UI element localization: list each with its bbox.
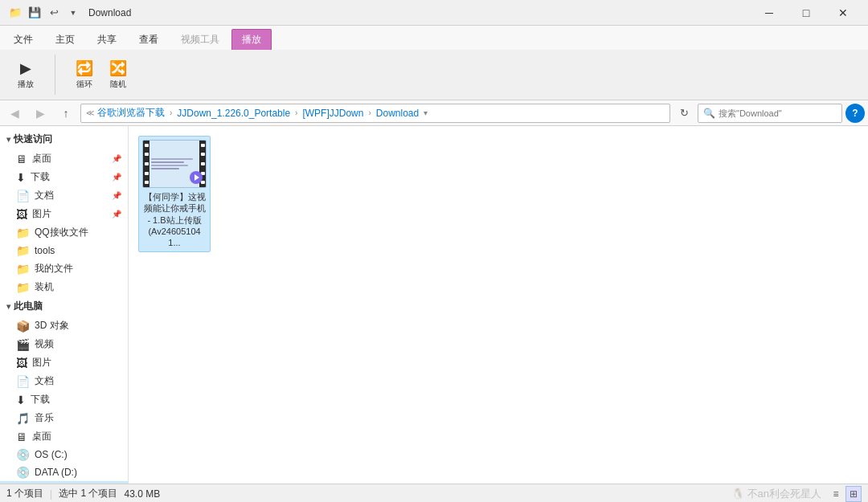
- downloads2-icon: ⬇: [16, 394, 26, 406]
- ribbon-sep-1: [55, 55, 55, 95]
- file-thumbnail-video1: [142, 140, 207, 188]
- title-bar: 📁 💾 ↩ ▼ Download ─ □ ✕: [0, 0, 868, 26]
- close-button[interactable]: ✕: [825, 0, 862, 26]
- view-buttons: ≡ ⊞: [828, 486, 862, 502]
- pictures-label: 图片: [32, 207, 51, 221]
- status-separator: |: [50, 488, 52, 500]
- path-arrow-2: ›: [295, 108, 297, 117]
- search-box[interactable]: 🔍: [698, 104, 842, 123]
- downloads2-label: 下载: [31, 393, 50, 406]
- up-button[interactable]: ↑: [55, 102, 77, 124]
- sidebar-item-downloads2[interactable]: ⬇ 下载: [0, 390, 128, 409]
- thumb-line: [151, 161, 184, 163]
- view-list-button[interactable]: ≡: [828, 486, 844, 502]
- search-input[interactable]: [719, 108, 837, 118]
- item-count: 1 个项目: [6, 487, 43, 500]
- sidebar-item-docs[interactable]: 📄 文档: [0, 372, 128, 390]
- sidebar-item-tools[interactable]: 📁 tools: [0, 242, 128, 259]
- sidebar-item-locale[interactable]: 💿 本地磁盘 (E:): [0, 481, 128, 484]
- main-layout: ▾ 快速访问 🖥 桌面 📌 ⬇ 下载 📌 📄 文档 📌 🖼 图片 📌 📁 QQ接…: [0, 126, 868, 484]
- file-size: 43.0 MB: [124, 488, 160, 500]
- sidebar-item-pictures2[interactable]: 🖼 图片: [0, 353, 128, 372]
- view-tile-button[interactable]: ⊞: [845, 486, 862, 502]
- maximize-button[interactable]: □: [788, 0, 825, 26]
- address-bar: ◀ ▶ ↑ ≪ 谷歌浏览器下载 › JJDown_1.226.0_Portabl…: [0, 100, 868, 126]
- sidebar-item-documents[interactable]: 📄 文档 📌: [0, 186, 128, 205]
- play-large-icon: ▶: [20, 59, 31, 77]
- sidebar-item-osc[interactable]: 💿 OS (C:): [0, 446, 128, 463]
- qq-folder-icon: 📁: [16, 227, 30, 239]
- pin-icon-documents: 📌: [112, 191, 121, 200]
- help-button[interactable]: ?: [845, 104, 865, 123]
- forward-button[interactable]: ▶: [29, 102, 51, 124]
- path-part-4[interactable]: Download: [376, 108, 419, 119]
- qa-save-icon[interactable]: 💾: [26, 4, 43, 22]
- this-pc-section[interactable]: ▾ 此电脑: [0, 296, 128, 316]
- path-arrow-1: ›: [170, 108, 172, 117]
- qa-dropdown-icon[interactable]: ▼: [64, 4, 82, 22]
- 3d-label: 3D 对象: [35, 319, 69, 333]
- watermark-text: 🐧 不an利会死星人: [731, 487, 821, 501]
- ribbon-content: ▶ 播放 🔁 循环 🔀 随机: [0, 50, 868, 100]
- sidebar-item-downloads[interactable]: ⬇ 下载 📌: [0, 168, 128, 186]
- this-pc-label: 此电脑: [14, 300, 43, 313]
- tab-share[interactable]: 共享: [87, 29, 127, 50]
- ribbon-shuffle-btn[interactable]: 🔀 随机: [102, 58, 134, 92]
- this-pc-expand-icon: ▾: [6, 302, 10, 311]
- ribbon-play-btn[interactable]: ▶ 播放: [10, 58, 42, 92]
- myfiles-folder-icon: 📁: [16, 263, 30, 275]
- sidebar-item-pictures[interactable]: 🖼 图片 📌: [0, 205, 128, 223]
- tab-video-tools[interactable]: 视频工具: [170, 29, 230, 50]
- sidebar-item-3d[interactable]: 📦 3D 对象: [0, 316, 128, 335]
- ribbon-loop-btn[interactable]: 🔁 循环: [68, 58, 100, 92]
- path-part-3[interactable]: [WPF]JJDown: [302, 108, 363, 119]
- qa-folder-icon[interactable]: 📁: [6, 4, 24, 22]
- tab-file[interactable]: 文件: [3, 29, 43, 50]
- desktop-label: 桌面: [32, 152, 51, 165]
- selected-count: 选中 1 个项目: [59, 487, 117, 500]
- minimize-button[interactable]: ─: [751, 0, 788, 26]
- qq-label: QQ接收文件: [35, 226, 88, 239]
- downloads-icon: ⬇: [16, 171, 26, 184]
- tab-home[interactable]: 主页: [45, 29, 85, 50]
- sidebar-item-datad[interactable]: 💿 DATA (D:): [0, 463, 128, 481]
- sidebar-item-desktop[interactable]: 🖥 桌面 📌: [0, 149, 128, 168]
- qa-undo-icon[interactable]: ↩: [45, 4, 63, 22]
- sidebar: ▾ 快速访问 🖥 桌面 📌 ⬇ 下载 📌 📄 文档 📌 🖼 图片 📌 📁 QQ接…: [0, 126, 129, 484]
- address-path[interactable]: ≪ 谷歌浏览器下载 › JJDown_1.226.0_Portable › [W…: [80, 104, 670, 123]
- tab-view[interactable]: 查看: [129, 29, 169, 50]
- pin-icon-downloads: 📌: [112, 173, 121, 182]
- tools-folder-icon: 📁: [16, 244, 30, 257]
- sidebar-item-video[interactable]: 🎬 视频: [0, 335, 128, 353]
- pictures2-label: 图片: [32, 356, 51, 369]
- path-dropdown-arrow[interactable]: ▾: [424, 108, 428, 117]
- sidebar-item-myfiles[interactable]: 📁 我的文件: [0, 259, 128, 278]
- thumb-line: [151, 158, 193, 160]
- film-hole: [201, 153, 205, 156]
- ribbon-group-play: ▶ 播放: [6, 56, 45, 93]
- downloads-label: 下载: [31, 170, 50, 184]
- sidebar-item-install[interactable]: 📁 装机: [0, 278, 128, 296]
- film-hole: [201, 144, 205, 147]
- pictures2-icon: 🖼: [16, 357, 27, 369]
- sidebar-item-music[interactable]: 🎵 音乐: [0, 409, 128, 427]
- sidebar-item-qq[interactable]: 📁 QQ接收文件: [0, 223, 128, 242]
- osc-label: OS (C:): [35, 449, 68, 460]
- documents-icon: 📄: [16, 190, 30, 202]
- path-sep-start: ≪: [86, 108, 94, 117]
- tools-label: tools: [35, 245, 55, 256]
- sidebar-item-desktop2[interactable]: 🖥 桌面: [0, 427, 128, 446]
- video-label: 视频: [35, 337, 54, 351]
- path-part-2[interactable]: JJDown_1.226.0_Portable: [177, 108, 290, 119]
- quick-access-section[interactable]: ▾ 快速访问: [0, 129, 128, 149]
- window-title: Download: [88, 7, 131, 18]
- video-folder-icon: 🎬: [16, 338, 30, 351]
- file-item-video1[interactable]: 【何同学】这视频能让你戒手机 - 1.B站上传版 (Av246051041...: [138, 136, 211, 252]
- refresh-button[interactable]: ↻: [674, 104, 694, 123]
- tab-play[interactable]: 播放: [231, 29, 272, 50]
- install-folder-icon: 📁: [16, 281, 30, 294]
- thumb-line: [151, 168, 179, 169]
- osc-icon: 💿: [16, 448, 30, 461]
- path-part-1[interactable]: 谷歌浏览器下载: [97, 106, 165, 120]
- back-button[interactable]: ◀: [3, 102, 26, 124]
